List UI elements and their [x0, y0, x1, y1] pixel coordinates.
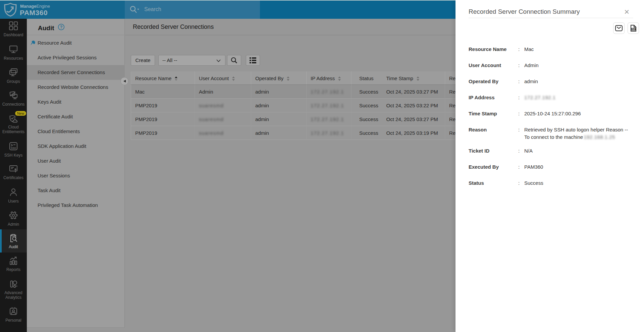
svg-text:SSH: SSH: [11, 147, 16, 150]
svg-text:PDF: PDF: [632, 28, 636, 30]
svg-text:?: ?: [60, 25, 63, 30]
